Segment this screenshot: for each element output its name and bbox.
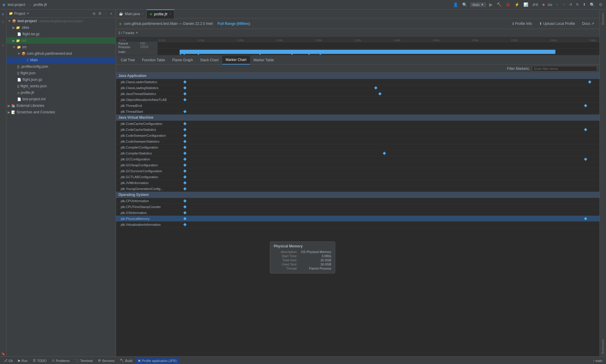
run-tool-btn[interactable]: ▶ Run xyxy=(16,357,30,364)
git-tool-btn[interactable]: ⎇ Git xyxy=(1,357,15,364)
services-tool-btn[interactable]: ⚙ Services xyxy=(96,357,117,364)
profile-btn[interactable]: ⚡ xyxy=(513,2,520,7)
tree-item-scratches[interactable]: ▶ 📝 Scratches and Consoles xyxy=(7,109,116,115)
git-push-btn[interactable]: ⬆ xyxy=(582,2,587,7)
row-code-sweeper-stats[interactable]: jdk.CodeSweeperStatistics xyxy=(116,138,599,144)
expand-icon: ▶ xyxy=(12,39,15,43)
row-physical-memory[interactable]: jdk.PhysicalMemory xyxy=(116,216,599,222)
row-code-sweeper-config[interactable]: jdk.CodeSweeperConfiguration xyxy=(116,133,599,138)
tab-call-tree[interactable]: Call Tree xyxy=(117,56,138,65)
row-compiler-stats[interactable]: jdk.CompilerStatistics xyxy=(116,150,599,156)
git-check1-btn[interactable]: ✓ xyxy=(555,2,560,7)
row-gctlab-config[interactable]: jdk.GCTLABConfiguration xyxy=(116,174,599,180)
profile-tab-icon: ◈ xyxy=(150,12,152,16)
row-gc-survivor-config[interactable]: jdk.GCSurvivorConfiguration xyxy=(116,168,599,174)
build-btn[interactable]: 🔨 xyxy=(496,2,503,7)
row-object-alloc[interactable]: jdk.ObjectAllocationInNewTLAB xyxy=(116,97,599,103)
row-java-thread-stats[interactable]: jdk.JavaThreadStatistics xyxy=(116,91,599,97)
todo-tool-btn[interactable]: ☰ TODO xyxy=(30,357,49,364)
row-virtualization-info[interactable]: jdk.VirtualizationInformation xyxy=(116,222,599,228)
row-classloading-stats[interactable]: jdk.ClassLoadingStatistics xyxy=(116,85,599,91)
tree-item-flight-json[interactable]: {} flight.json xyxy=(7,70,116,76)
tree-item-idea[interactable]: ▶ 📁 .idea xyxy=(7,24,116,31)
src-folder-icon: 📁 xyxy=(17,45,21,49)
row-thread-end[interactable]: jdk.ThreadEnd xyxy=(116,103,599,109)
run-btn[interactable]: ▶ xyxy=(488,1,494,8)
java-class-icon: C xyxy=(27,58,29,62)
git-rollback-btn[interactable]: ↺ xyxy=(568,2,573,7)
section-jvm: Java Virtual Machine xyxy=(116,115,599,121)
build-tool-btn[interactable]: 🔨 Build xyxy=(117,357,135,364)
debug-btn[interactable]: 🐞 xyxy=(505,2,512,7)
search-everywhere-btn[interactable]: 🔍 xyxy=(461,2,468,8)
tree-options-btn[interactable]: ⋮ xyxy=(103,11,109,16)
row-thread-start[interactable]: jdk.ThreadStart xyxy=(116,109,599,115)
row-cpu-timestamp[interactable]: jdk.CPUTimeStampCounter xyxy=(116,204,599,210)
upload-local-profile-btn[interactable]: ⬆ Upload Local Profile xyxy=(537,21,577,26)
tab-profile-close-btn[interactable]: × xyxy=(169,12,171,16)
tree-item-com-github[interactable]: ▼ 📦 com.github.parttimenerd.test xyxy=(7,50,116,57)
file-tree-content: ▼ 📦 test-project ~/code/tooling/jfrplugi… xyxy=(7,18,116,356)
tree-item-iml[interactable]: 📄 test-project.iml xyxy=(7,96,116,102)
bookmarks-btn[interactable]: 🔖 xyxy=(1,351,6,356)
tree-close-btn[interactable]: × xyxy=(109,11,113,16)
search-btn[interactable]: 🔍 xyxy=(589,2,596,8)
row-code-cache-config[interactable]: jdk.CodeCacheConfiguration xyxy=(116,121,599,127)
tab-stack-chart[interactable]: Stack Chart xyxy=(196,56,222,65)
section-os: Operating System xyxy=(116,192,599,198)
pull-requests-btn[interactable]: ⬡ xyxy=(1,19,6,24)
terminal-tool-btn[interactable]: ⬛ Terminal xyxy=(72,357,95,364)
profile-app-tool-btn[interactable]: ◉ Profile application (JFR) xyxy=(136,357,179,364)
git-refresh-btn[interactable]: ↻ xyxy=(575,2,580,7)
tree-item-flight-tar[interactable]: 📄 flight.tar.gz xyxy=(7,31,116,37)
git-branch-selector[interactable]: Main ▼ xyxy=(470,2,486,7)
tooltip-row-3: Used Size: 16.0GB xyxy=(274,262,331,266)
row-jvm-info[interactable]: jdk.JVMInformation xyxy=(116,180,599,186)
row-gc-config[interactable]: jdk.GCConfiguration xyxy=(116,156,599,162)
settings-btn[interactable]: ⚙ xyxy=(598,2,604,7)
row-os-info[interactable]: jdk.OSInformation xyxy=(116,210,599,216)
structure-btn[interactable]: ≡ xyxy=(1,43,6,48)
vcs-avatar-btn[interactable]: 👤 xyxy=(452,2,459,8)
vtab-bookmarks[interactable]: Bookmarks xyxy=(600,337,606,356)
profile-info-btn[interactable]: ℹ Profile Info xyxy=(510,21,534,26)
tab-function-table[interactable]: Function Table xyxy=(138,56,169,65)
stop-btn[interactable]: ■ xyxy=(541,2,546,7)
tab-main-close-btn[interactable]: × xyxy=(142,12,144,15)
git-check2-btn[interactable]: ✓ xyxy=(561,2,566,7)
row-classloader-stats[interactable]: jdk.ClassLoaderStatistics xyxy=(116,79,599,85)
project-view-btn[interactable]: P xyxy=(1,12,6,17)
profile-path-icon: ◈ xyxy=(119,22,122,26)
tree-item-profileconfig[interactable]: {} .profileconfig.json xyxy=(7,63,116,70)
tree-item-external-libs[interactable]: ▶ 📚 External Libraries xyxy=(7,102,116,109)
row-code-cache-stats[interactable]: jdk.CodeCacheStatistics xyxy=(116,127,599,133)
tree-locate-btn[interactable]: ◎ xyxy=(91,11,97,16)
vtab-structure[interactable]: Structure xyxy=(600,11,606,28)
tree-collapse-btn[interactable]: ⊟ xyxy=(97,11,102,16)
tree-item-root[interactable]: ▼ 📦 test-project ~/code/tooling/jfrplugi… xyxy=(7,18,116,24)
tab-main-java[interactable]: ☕ Main.java × xyxy=(116,9,147,18)
row-gc-heap-config[interactable]: jdk.GCHeapConfiguration xyxy=(116,162,599,168)
profile-header: ◈ com.github.parttimenerd.test.Main — Da… xyxy=(116,18,599,29)
coverage-btn[interactable]: 📊 xyxy=(522,2,529,7)
terminal-icon: ⬛ xyxy=(75,359,79,363)
row-young-gen-config[interactable]: jdk.YoungGenerationConfig... xyxy=(116,186,599,192)
filter-input[interactable] xyxy=(532,66,597,71)
docs-btn[interactable]: Docs ↗ xyxy=(580,21,597,26)
tree-item-src[interactable]: ▼ 📁 src xyxy=(7,44,116,50)
tab-marker-table[interactable]: Marker Table xyxy=(250,56,278,65)
chevron-down-icon: ▼ xyxy=(481,3,484,6)
tree-item-flight-json-gz[interactable]: 📄 flight.json.gz xyxy=(7,76,116,83)
file-tree-header: 📁 Project ▼ ◎ ⊟ ⋮ × xyxy=(7,9,116,18)
tree-item-profile-jfr[interactable]: ◈ profile.jfr xyxy=(7,89,116,96)
tab-profile-jfr[interactable]: ◈ profile.jfr × xyxy=(147,9,174,18)
problems-tool-btn[interactable]: ⚠ Problems xyxy=(49,357,72,364)
tree-item-flight-works[interactable]: {} flight_works.json xyxy=(7,83,116,89)
row-cpu-info[interactable]: jdk.CPUInformation xyxy=(116,198,599,204)
tab-flame-graph[interactable]: Flame Graph xyxy=(169,56,196,65)
row-compiler-config[interactable]: jdk.CompilerConfiguration xyxy=(116,144,599,150)
jfr-btn[interactable]: JFR xyxy=(531,2,539,7)
tree-item-out[interactable]: ▶ 📁 out xyxy=(7,37,116,44)
tab-marker-chart[interactable]: Marker Chart xyxy=(222,56,250,65)
tree-item-main[interactable]: C Main xyxy=(7,57,116,63)
